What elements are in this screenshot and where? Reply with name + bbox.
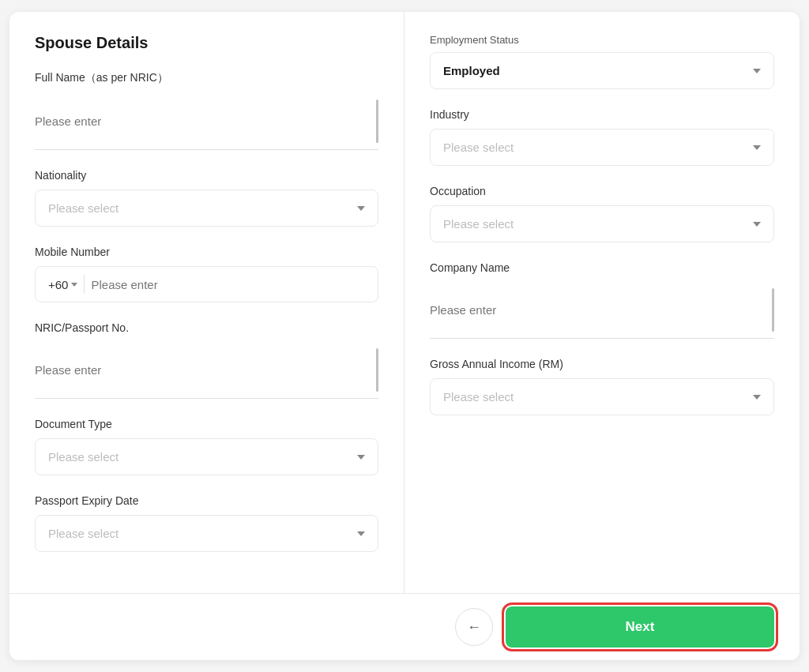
- scroll-indicator-fullname: [376, 99, 378, 143]
- country-code-value: +60: [48, 278, 68, 291]
- back-button[interactable]: ←: [455, 608, 493, 646]
- occupation-select[interactable]: Please select: [430, 205, 774, 242]
- nric-group: NRIC/Passport No.: [35, 321, 378, 399]
- form-card: Spouse Details Full Name（as per NRIC） Na…: [9, 12, 800, 660]
- passport-expiry-group: Passport Expiry Date Please select: [35, 494, 378, 552]
- company-name-input-wrapper: [430, 282, 774, 339]
- gross-income-value: Please select: [443, 390, 514, 404]
- scroll-indicator-company: [772, 288, 774, 332]
- company-name-label: Company Name: [430, 261, 774, 274]
- mobile-number-input[interactable]: [91, 278, 365, 291]
- left-panel: Spouse Details Full Name（as per NRIC） Na…: [9, 12, 404, 593]
- card-body: Spouse Details Full Name（as per NRIC） Na…: [9, 12, 800, 593]
- gross-income-group: Gross Annual Income (RM) Please select: [430, 358, 774, 415]
- mobile-number-label: Mobile Number: [35, 246, 378, 258]
- employment-status-label: Employment Status: [430, 34, 774, 46]
- document-type-value: Please select: [48, 450, 119, 464]
- nationality-label: Nationality: [35, 169, 378, 182]
- document-type-chevron-icon: [357, 455, 365, 460]
- nric-input[interactable]: [35, 363, 370, 377]
- mobile-divider: [84, 275, 85, 294]
- nric-label: NRIC/Passport No.: [35, 321, 378, 334]
- nationality-select[interactable]: Please select: [35, 190, 378, 227]
- nric-input-wrapper: [35, 342, 378, 399]
- employment-status-chevron-icon: [753, 69, 761, 73]
- passport-expiry-chevron-icon: [357, 531, 365, 536]
- nationality-group: Nationality Please select: [35, 169, 378, 227]
- full-name-group: Full Name（as per NRIC）: [35, 71, 378, 150]
- back-arrow-icon: ←: [467, 619, 481, 636]
- occupation-label: Occupation: [430, 185, 774, 197]
- employment-status-group: Employment Status Employed: [430, 34, 774, 89]
- passport-expiry-select[interactable]: Please select: [35, 515, 378, 552]
- nationality-value: Please select: [48, 201, 119, 215]
- company-name-group: Company Name: [430, 261, 774, 339]
- industry-chevron-icon: [753, 145, 761, 150]
- nationality-chevron-icon: [357, 206, 365, 211]
- right-panel: Employment Status Employed Industry Plea…: [404, 12, 800, 593]
- full-name-input-wrapper: [35, 93, 378, 150]
- gross-income-label: Gross Annual Income (RM): [430, 358, 774, 370]
- country-code-selector[interactable]: +60: [48, 278, 77, 291]
- gross-income-chevron-icon: [753, 395, 761, 400]
- document-type-select[interactable]: Please select: [35, 438, 378, 475]
- mobile-number-group: Mobile Number +60: [35, 246, 378, 302]
- document-type-group: Document Type Please select: [35, 418, 378, 475]
- section-title: Spouse Details: [35, 34, 378, 52]
- scroll-indicator-nric: [376, 348, 378, 392]
- industry-group: Industry Please select: [430, 108, 774, 166]
- passport-expiry-value: Please select: [48, 527, 119, 540]
- occupation-group: Occupation Please select: [430, 185, 774, 242]
- occupation-value: Please select: [443, 217, 514, 231]
- gross-income-select[interactable]: Please select: [430, 378, 774, 415]
- country-code-chevron-icon: [71, 283, 77, 287]
- industry-value: Please select: [443, 141, 514, 154]
- document-type-label: Document Type: [35, 418, 378, 430]
- mobile-input-wrapper: +60: [35, 266, 378, 302]
- occupation-chevron-icon: [753, 222, 761, 227]
- employment-status-select[interactable]: Employed: [430, 52, 774, 89]
- industry-label: Industry: [430, 108, 774, 121]
- passport-expiry-label: Passport Expiry Date: [35, 494, 378, 507]
- company-name-input[interactable]: [430, 303, 766, 317]
- next-button[interactable]: Next: [506, 606, 774, 648]
- full-name-label: Full Name（as per NRIC）: [35, 71, 378, 85]
- employment-status-value: Employed: [443, 64, 500, 77]
- full-name-input[interactable]: [35, 115, 370, 128]
- card-footer: ← Next: [9, 593, 800, 660]
- industry-select[interactable]: Please select: [430, 129, 774, 166]
